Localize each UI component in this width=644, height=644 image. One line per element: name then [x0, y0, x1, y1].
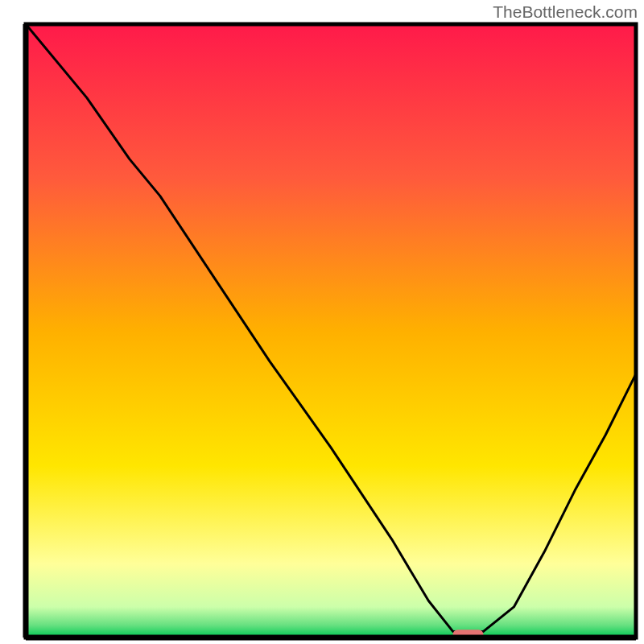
gradient-background [26, 24, 636, 638]
bottleneck-chart [0, 0, 644, 644]
chart-container: TheBottleneck.com [0, 0, 644, 644]
watermark-text: TheBottleneck.com [493, 2, 638, 22]
